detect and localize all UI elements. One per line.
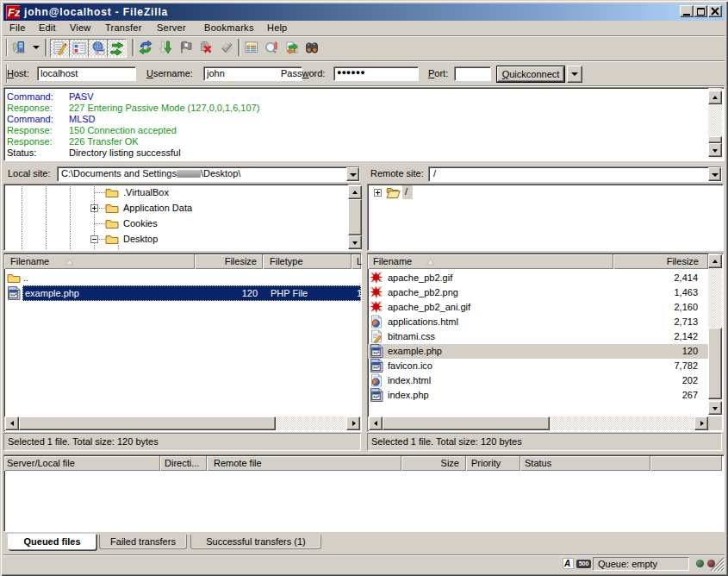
svg-text:Fz: Fz — [8, 6, 20, 19]
